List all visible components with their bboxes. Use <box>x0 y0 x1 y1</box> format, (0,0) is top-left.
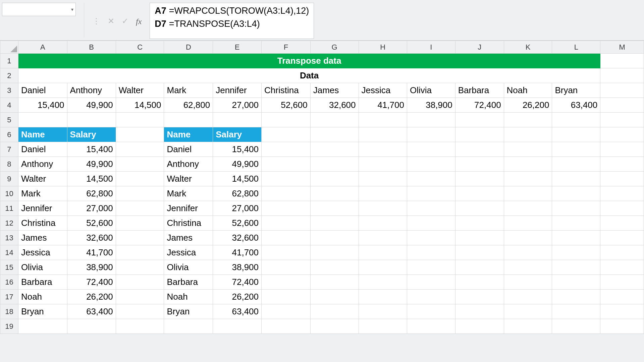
cell[interactable] <box>552 127 600 142</box>
cell[interactable] <box>407 275 455 290</box>
cell[interactable] <box>600 142 644 157</box>
spreadsheet-grid[interactable]: ABCDEFGHIJKLM1Transpose data2Data3Daniel… <box>0 40 644 334</box>
table-cell-salary[interactable]: 63,400 <box>213 304 262 319</box>
cell[interactable] <box>359 216 407 231</box>
salary-cell[interactable]: 63,400 <box>552 98 600 113</box>
enter-icon[interactable]: ✓ <box>122 17 128 25</box>
cell[interactable] <box>310 231 359 245</box>
cell[interactable] <box>310 186 359 201</box>
cell[interactable] <box>552 260 600 275</box>
table-cell-name[interactable]: Olivia <box>164 260 213 275</box>
row-header[interactable]: 16 <box>0 275 18 290</box>
cell[interactable] <box>407 186 455 201</box>
table-cell-name[interactable]: Daniel <box>164 142 213 157</box>
salary-cell[interactable]: 15,400 <box>18 98 67 113</box>
cell[interactable] <box>262 157 311 172</box>
cell[interactable] <box>67 319 116 334</box>
row-header[interactable]: 8 <box>0 157 18 172</box>
table-cell-name[interactable]: Mark <box>18 186 67 201</box>
column-header[interactable]: D <box>164 41 213 54</box>
cell[interactable] <box>310 201 359 216</box>
cell[interactable] <box>310 290 359 304</box>
row-header[interactable]: 2 <box>0 68 18 83</box>
cell[interactable] <box>600 127 644 142</box>
cell[interactable] <box>262 231 311 245</box>
name-cell[interactable]: Anthony <box>67 83 116 98</box>
cell[interactable] <box>116 172 164 186</box>
cell[interactable] <box>310 157 359 172</box>
row-header[interactable]: 1 <box>0 54 18 68</box>
table-cell-salary[interactable]: 49,900 <box>213 157 262 172</box>
cell[interactable] <box>552 319 600 334</box>
cell[interactable] <box>600 290 644 304</box>
row-header[interactable]: 9 <box>0 172 18 186</box>
table-header-name[interactable]: Name <box>18 127 67 142</box>
menu-dots-icon[interactable]: ⋮ <box>92 17 100 25</box>
table-cell-name[interactable]: Mark <box>164 186 213 201</box>
name-cell[interactable]: Christina <box>262 83 311 98</box>
cell[interactable] <box>262 113 311 127</box>
row-header[interactable]: 17 <box>0 290 18 304</box>
column-header[interactable]: K <box>504 41 552 54</box>
cell[interactable] <box>455 304 504 319</box>
column-header[interactable]: B <box>67 41 116 54</box>
cell[interactable] <box>600 201 644 216</box>
cell[interactable] <box>116 216 164 231</box>
title-cell[interactable]: Transpose data <box>18 54 600 68</box>
cell[interactable] <box>552 231 600 245</box>
cell[interactable] <box>116 201 164 216</box>
cell[interactable] <box>262 186 311 201</box>
cell[interactable] <box>504 290 552 304</box>
table-cell-salary[interactable]: 41,700 <box>67 245 116 260</box>
cell[interactable] <box>600 275 644 290</box>
salary-cell[interactable]: 32,600 <box>310 98 359 113</box>
table-cell-salary[interactable]: 15,400 <box>67 142 116 157</box>
cell[interactable] <box>407 113 455 127</box>
fx-icon[interactable]: fx <box>136 17 142 25</box>
table-cell-salary[interactable]: 49,900 <box>67 157 116 172</box>
column-header[interactable]: H <box>359 41 407 54</box>
cell[interactable] <box>359 142 407 157</box>
row-header[interactable]: 10 <box>0 186 18 201</box>
table-cell-salary[interactable]: 32,600 <box>213 231 262 245</box>
cell[interactable] <box>600 98 644 113</box>
cell[interactable] <box>600 231 644 245</box>
cell[interactable] <box>262 260 311 275</box>
name-cell[interactable]: Jessica <box>359 83 407 98</box>
column-header[interactable]: G <box>310 41 359 54</box>
cell[interactable] <box>600 172 644 186</box>
column-header[interactable]: J <box>455 41 504 54</box>
cell[interactable] <box>504 142 552 157</box>
cell[interactable] <box>359 186 407 201</box>
cell[interactable] <box>18 113 67 127</box>
cell[interactable] <box>407 304 455 319</box>
column-header[interactable]: M <box>600 41 644 54</box>
cell[interactable] <box>213 113 262 127</box>
table-cell-salary[interactable]: 63,400 <box>67 304 116 319</box>
table-cell-name[interactable]: Bryan <box>164 304 213 319</box>
cell[interactable] <box>455 142 504 157</box>
table-cell-name[interactable]: Walter <box>164 172 213 186</box>
cell[interactable] <box>310 245 359 260</box>
cell[interactable] <box>262 127 311 142</box>
row-header[interactable]: 6 <box>0 127 18 142</box>
cell[interactable] <box>552 157 600 172</box>
cell[interactable] <box>310 319 359 334</box>
table-cell-name[interactable]: Jennifer <box>18 201 67 216</box>
cell[interactable] <box>359 157 407 172</box>
table-cell-salary[interactable]: 14,500 <box>213 172 262 186</box>
cell[interactable] <box>600 260 644 275</box>
cell[interactable] <box>310 127 359 142</box>
column-header[interactable]: E <box>213 41 262 54</box>
data-label-cell[interactable]: Data <box>18 68 600 83</box>
table-cell-salary[interactable]: 27,000 <box>213 201 262 216</box>
cell[interactable] <box>504 245 552 260</box>
cell[interactable] <box>359 127 407 142</box>
cell[interactable] <box>552 304 600 319</box>
cell[interactable] <box>359 290 407 304</box>
cell[interactable] <box>213 319 262 334</box>
cell[interactable] <box>504 275 552 290</box>
cell[interactable] <box>310 275 359 290</box>
cell[interactable] <box>455 216 504 231</box>
table-cell-name[interactable]: Christina <box>164 216 213 231</box>
